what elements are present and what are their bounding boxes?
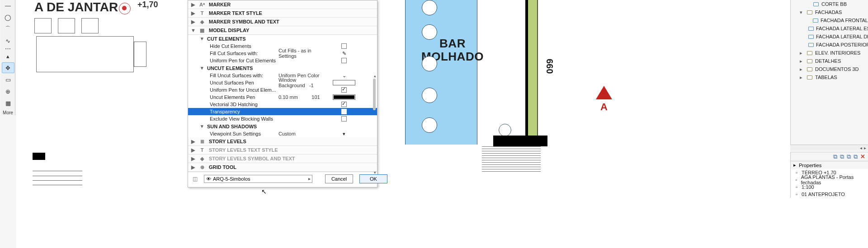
cancel-button[interactable]: Cancel	[325, 174, 353, 183]
drawing-room-title: A DE JANTAR	[34, 0, 118, 14]
level-marker-icon	[119, 3, 130, 14]
property-icon: ▫	[793, 184, 800, 190]
layer-icon: ◫	[193, 176, 198, 182]
row-exclude-view-blocking[interactable]: Exclude View Blocking Walls	[188, 115, 377, 122]
chk-uniform-cut[interactable]	[341, 58, 347, 63]
nav-item-label: ELEV. INTERIORES	[815, 50, 860, 56]
tool-sep: ⋯	[2, 47, 14, 50]
nav-item-label: FACHADA LATERAL ESQUER	[816, 26, 868, 31]
north-triangle-icon	[596, 86, 612, 99]
property-icon: ▫	[793, 177, 799, 182]
section-story-levels[interactable]: ▶≣STORY LEVELS	[188, 137, 377, 146]
scroll-up-icon[interactable]: ▴	[374, 74, 376, 78]
view-icon	[808, 42, 814, 47]
nav-view-item[interactable]: FACHADA FRONTAL	[791, 16, 868, 24]
nav-item-label: DOCUMENTOS 3D	[815, 66, 859, 72]
scroll-down-icon[interactable]: ▾	[374, 170, 376, 175]
nav-item-label: FACHADAS	[815, 9, 842, 15]
group-cut-elements[interactable]: ▾CUT ELEMENTS	[188, 35, 377, 42]
nav-folder[interactable]: ▸DETALHES	[791, 57, 868, 65]
pen-swatch-white[interactable]	[333, 80, 355, 85]
nav-view-item[interactable]: FACHADA LATERAL DIREITA	[791, 33, 868, 41]
view-icon	[808, 34, 814, 39]
wall-stub	[33, 153, 45, 160]
folder-icon	[807, 50, 813, 56]
chk-hide-cut[interactable]	[341, 43, 347, 49]
navigator-hscroll[interactable]: ◂ ▸	[790, 145, 868, 151]
group-sun-shadows[interactable]: ▾SUN AND SHADOWS	[188, 122, 377, 130]
tool-spline[interactable]: ∿	[2, 35, 14, 46]
chk-exclude[interactable]	[341, 116, 347, 122]
nav-scroll-right-icon[interactable]: ▸	[864, 145, 866, 150]
clone-view-icon[interactable]: ⧉	[833, 153, 837, 160]
section-grid-tool[interactable]: ▶⊕GRID TOOL	[188, 163, 377, 172]
property-row[interactable]: ▫01 ANTEPROJETO	[791, 191, 868, 198]
view-icon	[812, 18, 818, 23]
properties-header[interactable]: ▸Properties	[790, 161, 868, 169]
tool-object[interactable]: ▦	[2, 98, 14, 108]
mouse-cursor-icon: ↖	[261, 188, 267, 195]
delete-icon[interactable]: ✕	[860, 153, 865, 160]
navigator-panel: CORTE BB▾FACHADASFACHADA FRONTALFACHADA …	[790, 0, 868, 149]
properties-icon[interactable]: ⧉	[854, 153, 858, 160]
section-marker-text-style[interactable]: ▶TMARKER TEXT STYLE	[188, 9, 377, 18]
elevation-label: +1,70	[137, 0, 158, 9]
nav-item-label: FACHADA FRONTAL	[821, 18, 868, 23]
nav-scroll-left-icon[interactable]: ◂	[860, 145, 862, 150]
chk-vectorial[interactable]	[341, 102, 347, 107]
ok-button[interactable]: OK	[359, 174, 387, 183]
nav-folder[interactable]: ▾FACHADAS	[791, 8, 868, 16]
property-row[interactable]: ▫AGA PLANTAS - Portas fechadas	[791, 176, 868, 183]
pen-swatch-black[interactable]	[333, 94, 355, 100]
layer-combo[interactable]: 👁 ARQ-5-Simbolos ▸	[204, 175, 312, 183]
property-value: 01 ANTEPROJETO	[802, 192, 845, 197]
group-uncut-elements[interactable]: ▾UNCUT ELEMENTS	[188, 64, 377, 72]
row-uncut-surfaces-pen[interactable]: Uncut Surfaces PenWindow Background -1	[188, 79, 377, 86]
property-value: AGA PLANTAS - Portas fechadas	[801, 174, 868, 185]
nav-view-item[interactable]: FACHADA POSTERIOR	[791, 41, 868, 49]
nav-view-item[interactable]: CORTE BB	[791, 0, 868, 8]
settings-icon[interactable]: ⧉	[847, 153, 851, 160]
row-transparency[interactable]: Transparency	[188, 108, 377, 115]
nav-view-item[interactable]: FACHADA LATERAL ESQUER	[791, 24, 868, 33]
nav-folder[interactable]: ▸ELEV. INTERIORES	[791, 49, 868, 57]
sun-dropdown-icon[interactable]: ▾	[328, 131, 360, 137]
nav-item-label: FACHADA LATERAL DIREITA	[816, 34, 868, 39]
section-story-levels-symbol[interactable]: ▶◈STORY LEVELS SYMBOL AND TEXT	[188, 154, 377, 163]
view-icon	[808, 26, 814, 31]
new-folder-icon[interactable]: ⧉	[840, 153, 844, 160]
tool-wall[interactable]: ▭	[2, 74, 14, 85]
section-marker[interactable]: ▶AᵃMARKER	[188, 0, 377, 9]
floor-edge	[482, 145, 541, 172]
nav-folder[interactable]: ▸TABELAS	[791, 73, 868, 81]
dialog-footer: ◫ 👁 ARQ-5-Simbolos ▸ Cancel OK	[188, 172, 377, 187]
tool-level[interactable]: ▴	[2, 51, 14, 61]
tool-arc[interactable]: ⌒	[2, 23, 14, 34]
tool-circle[interactable]: ◯	[2, 12, 14, 23]
tool-line[interactable]: —	[2, 0, 14, 11]
tool-column[interactable]: ⊕	[2, 86, 14, 97]
floor-beam	[493, 136, 547, 146]
drawing-canvas[interactable]: A DE JANTAR +1,70 BARMOLHADO 660 A	[16, 0, 868, 248]
north-marker: A	[595, 86, 613, 113]
chk-uniform-uncut[interactable]	[341, 87, 347, 93]
left-toolbar: — ◯ ⌒ ∿ ⋯ ▴ ✥ ▭ ⊕ ▦ More	[1, 0, 15, 115]
scrollbar-thumb[interactable]	[373, 79, 376, 110]
fill-cut-dropdown-icon[interactable]: ✎	[328, 51, 360, 56]
nav-folder[interactable]: ▸DOCUMENTOS 3D	[791, 65, 868, 73]
uncut-fill-dropdown-icon[interactable]: ⌄	[328, 73, 360, 79]
model-display-body: ▴ ▾ ▾CUT ELEMENTS Hide Cut Elements Fill…	[188, 35, 377, 137]
section-marker-symbol[interactable]: ▶◈MARKER SYMBOL AND TEXT	[188, 18, 377, 26]
section-story-levels-text[interactable]: ▶TSTORY LEVELS TEXT STYLE	[188, 146, 377, 154]
chk-transparency[interactable]	[341, 109, 347, 114]
tool-more-label[interactable]: More	[3, 110, 13, 115]
eye-icon: 👁	[206, 176, 211, 182]
row-uncut-elements-pen[interactable]: Uncut Elements Pen0.10 mm 101	[188, 94, 377, 101]
row-vectorial-3d-hatch[interactable]: Vectorial 3D Hatching	[188, 101, 377, 108]
dimension-660: 660	[544, 59, 555, 74]
row-fill-cut-surfaces[interactable]: Fill Cut Surfaces with:Cut Fills - as in…	[188, 50, 377, 57]
row-viewpoint-sun[interactable]: Viewpoint Sun SettingsCustom▾	[188, 130, 377, 137]
section-model-display[interactable]: ▼▦MODEL DISPLAY	[188, 26, 377, 35]
property-value: 1:100	[802, 184, 814, 190]
tool-section-elev[interactable]: ✥	[2, 62, 14, 73]
